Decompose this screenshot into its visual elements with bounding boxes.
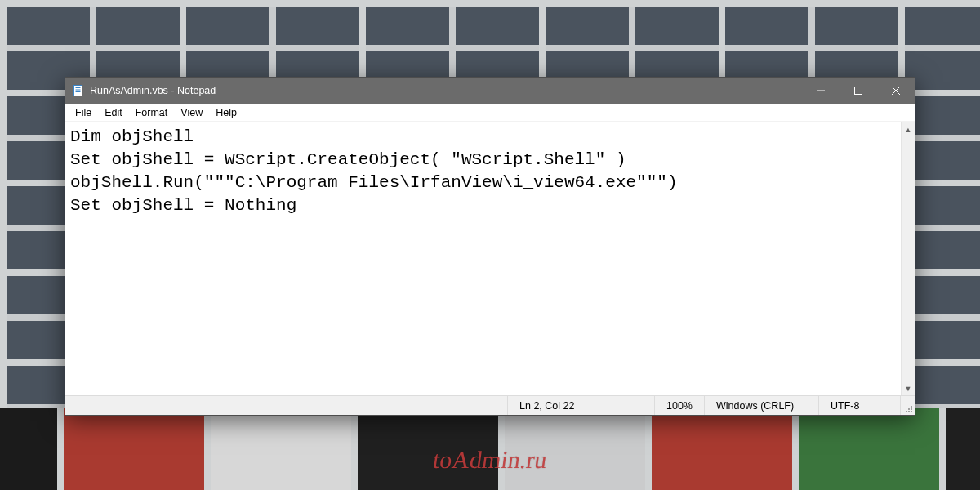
statusbar-filler [65, 396, 507, 415]
status-line-ending: Windows (CRLF) [704, 396, 818, 415]
menu-view[interactable]: View [174, 105, 209, 120]
editor-area: Dim objShell Set objShell = WScript.Crea… [65, 122, 915, 395]
menu-edit[interactable]: Edit [98, 105, 129, 120]
text-editor[interactable]: Dim objShell Set objShell = WScript.Crea… [65, 122, 901, 395]
status-encoding: UTF-8 [818, 396, 900, 415]
minimize-button[interactable] [802, 78, 840, 104]
titlebar[interactable]: RunAsAdmin.vbs - Notepad [65, 78, 915, 104]
scroll-up-icon[interactable]: ▲ [902, 122, 915, 136]
status-cursor-position: Ln 2, Col 22 [507, 396, 654, 415]
statusbar: Ln 2, Col 22 100% Windows (CRLF) UTF-8 [65, 395, 915, 415]
notepad-icon [72, 84, 85, 97]
menu-format[interactable]: Format [129, 105, 175, 120]
status-zoom: 100% [654, 396, 704, 415]
scroll-down-icon[interactable]: ▼ [902, 381, 915, 395]
maximize-button[interactable] [840, 78, 877, 104]
vertical-scrollbar[interactable]: ▲ ▼ [901, 122, 915, 395]
resize-grip[interactable] [900, 396, 915, 415]
svg-rect-0 [74, 86, 82, 96]
notepad-window: RunAsAdmin.vbs - Notepad File Edit Forma… [65, 77, 915, 416]
menubar: File Edit Format View Help [65, 104, 915, 122]
menu-file[interactable]: File [69, 105, 98, 120]
close-button[interactable] [877, 78, 915, 104]
window-title: RunAsAdmin.vbs - Notepad [90, 85, 216, 96]
menu-help[interactable]: Help [209, 105, 243, 120]
svg-rect-5 [855, 87, 862, 95]
